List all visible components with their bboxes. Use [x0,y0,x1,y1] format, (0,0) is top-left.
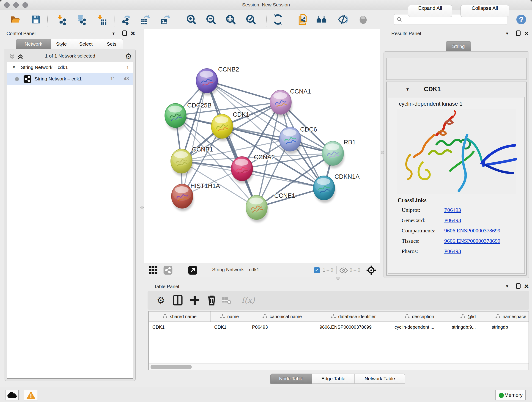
warnings-button[interactable] [24,390,38,400]
node-CCNB2[interactable] [196,69,218,96]
column-header-database-identifier[interactable]: database identifier [316,312,391,322]
delete-table-icon[interactable] [222,295,231,306]
column-header--id[interactable]: @id [448,312,488,322]
results-panel-menu-icon[interactable]: ▼ [505,32,509,36]
node-RB1[interactable] [322,141,344,168]
node-label-CCNA1: CCNA1 [290,88,311,95]
crosslinks-section: CrossLinks Uniprot:P06493GeneCard:P06493… [402,197,521,259]
network-options-gear-icon[interactable]: ⚙ [125,52,132,61]
control-panel-float-icon[interactable] [122,31,127,36]
tab-string[interactable]: String [446,41,471,51]
expand-all-button[interactable]: Expand All [408,5,452,17]
node-CDKN1A[interactable] [313,176,336,203]
import-network-database-icon[interactable] [76,14,86,25]
function-builder-icon[interactable]: f(x) [238,295,258,306]
crosslink-link[interactable]: P06493 [444,217,461,223]
results-panel-close-icon[interactable]: × [524,31,529,36]
add-column-icon[interactable] [189,295,200,306]
export-image-icon[interactable] [160,14,171,25]
table-cell[interactable]: CDK1 [149,322,210,332]
network-canvas[interactable]: CCNB2CCNA1CDC25BCDK1CDC6RB1CCNB1CCNA2CDK… [144,29,380,263]
crosslink-link[interactable]: 9606.ENSP00000378699 [444,238,500,244]
duplicate-network-icon[interactable] [298,14,308,25]
selected-checkbox-icon[interactable]: ✓ [314,267,320,273]
node-CCNA2[interactable] [231,157,253,184]
tab-select[interactable]: Select [72,39,100,49]
zoom-out-icon[interactable] [206,14,216,25]
crosslink-link[interactable]: P06493 [444,248,461,254]
import-network-file-icon[interactable] [56,14,67,25]
column-header-namespace[interactable]: namespace [488,312,529,322]
table-cell[interactable]: 9606.ENSP00000378699 [316,322,391,332]
save-session-icon[interactable] [31,14,41,25]
import-table-icon[interactable] [96,14,107,25]
collapse-all-button[interactable]: Collapse All [461,5,509,17]
network-label: String Network – cdk1 [35,76,82,82]
table-cell[interactable]: CDK1 [210,322,248,332]
table-panel-float-icon[interactable] [516,283,520,289]
results-panel-float-icon[interactable] [516,31,520,36]
table-cell[interactable]: cyclin-dependent ... [391,322,448,332]
delete-column-icon[interactable] [206,295,217,306]
column-header-name[interactable]: name [210,312,248,322]
toolbar-divider [114,12,115,27]
tab-network[interactable]: Network [16,39,51,49]
node-CDK1[interactable] [211,114,234,141]
left-divider-handle[interactable] [140,206,144,209]
gene-section-collapse-icon[interactable]: ▼ [405,87,410,92]
tab-sets[interactable]: Sets [100,39,123,49]
table-panel-close-icon[interactable]: × [524,283,529,289]
show-columns-icon[interactable] [172,295,183,306]
horizontal-divider-handle[interactable] [336,277,340,280]
control-panel-menu-icon[interactable]: ▼ [112,32,115,36]
network-row[interactable]: String Network – cdk1 11 48 [7,73,133,85]
tab-edge-table[interactable]: Edge Table [312,374,355,384]
network-node-count: 11 [110,76,115,81]
node-CCNA1[interactable] [270,90,292,117]
grid-view-icon[interactable] [148,265,158,275]
table-row[interactable]: CDK1CDK1P064939606.ENSP00000378699cyclin… [149,322,529,332]
bird-eye-icon[interactable] [358,14,368,25]
open-session-icon[interactable] [10,14,21,25]
refresh-icon[interactable] [273,14,283,25]
crosslink-link[interactable]: 9606.ENSP00000378699 [444,228,500,234]
memory-button[interactable]: Memory [495,390,526,400]
crosslink-link[interactable]: P06493 [444,207,461,213]
hidden-eye-icon [340,268,348,274]
zoom-fit-icon[interactable] [225,14,236,25]
column-header-shared-name[interactable]: shared name [149,312,210,322]
zoom-selected-icon[interactable] [246,14,256,25]
collection-expand-icon[interactable]: ▼ [12,65,16,70]
detach-view-icon[interactable] [188,265,197,275]
table-cell[interactable]: stringdb:9... [448,322,488,332]
table-horizontal-scrollbar[interactable] [149,364,529,370]
tab-network-table[interactable]: Network Table [355,374,405,384]
zoom-in-icon[interactable] [186,14,196,25]
export-table-icon[interactable] [140,14,150,25]
string-view-icon[interactable] [163,265,173,275]
right-divider-handle[interactable] [381,151,384,154]
column-header-canonical-name[interactable]: canonical name [248,312,316,322]
edge-CCNA2-CDKN1A[interactable] [242,169,324,188]
column-header-description[interactable]: description [391,312,448,322]
tab-style[interactable]: Style [51,39,72,49]
first-neighbors-icon[interactable] [316,14,327,25]
table-cell[interactable]: stringdb [488,322,529,332]
node-CDC25B[interactable] [165,103,187,130]
tab-node-table[interactable]: Node Table [270,374,312,384]
birds-eye-toggle-icon[interactable] [366,265,376,275]
export-network-icon[interactable] [121,14,132,25]
table-cell[interactable]: P06493 [248,322,316,332]
table-panel-menu-icon[interactable]: ▼ [505,284,509,289]
scrollbar-thumb[interactable] [151,365,192,369]
node-CCNB1[interactable] [171,149,193,176]
node-CCNE1[interactable] [246,195,268,222]
show-hide-annotations-icon[interactable] [338,14,348,25]
network-selection-status: 1 of 1 Network selected [7,53,133,59]
help-icon[interactable]: ? [516,14,526,25]
control-panel-close-icon[interactable]: × [131,31,135,36]
cloud-button[interactable] [5,390,19,400]
network-collection-row[interactable]: ▼ String Network – cdk1 1 [7,62,133,73]
table-settings-icon[interactable]: ⚙ [155,295,166,306]
edge-CCNB2-HIST1H1A[interactable] [182,81,207,196]
